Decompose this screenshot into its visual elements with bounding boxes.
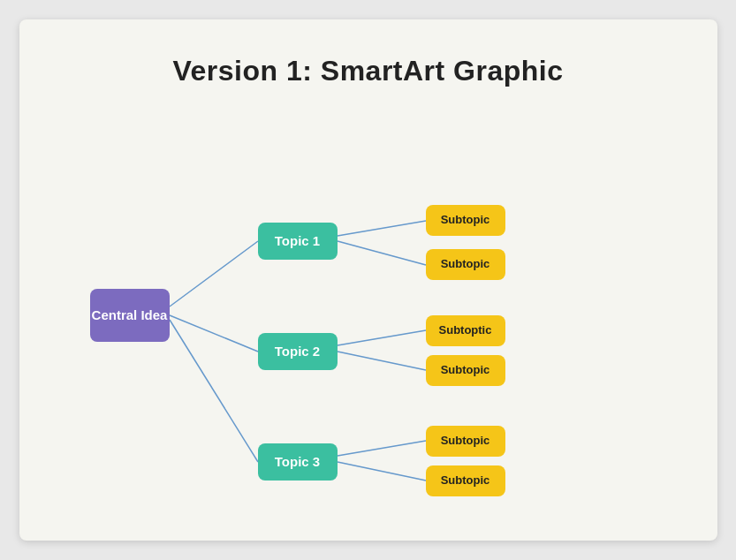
svg-line-8 (338, 462, 426, 481)
diagram: Central Idea Topic 1 Topic 2 Topic 3 Sub… (19, 125, 717, 541)
slide: Version 1: SmartArt Graphic Central Idea (19, 19, 717, 541)
svg-line-2 (170, 320, 258, 462)
subtopic-2a-node: Subtoptic (426, 315, 505, 346)
subtopic-3a-node: Subtopic (426, 426, 505, 457)
central-idea-node: Central Idea (90, 289, 170, 342)
subtopic-1a-node: Subtopic (426, 205, 505, 236)
topic-2-node: Topic 2 (258, 333, 338, 370)
subtopic-2b-node: Subtopic (426, 355, 505, 386)
svg-line-5 (338, 330, 426, 345)
svg-line-4 (338, 241, 426, 265)
subtopic-1b-node: Subtopic (426, 249, 505, 280)
topic-3-node: Topic 3 (258, 443, 338, 481)
svg-line-1 (170, 315, 258, 352)
svg-line-7 (338, 441, 426, 456)
svg-line-0 (170, 241, 258, 306)
slide-title: Version 1: SmartArt Graphic (19, 19, 717, 87)
topic-1-node: Topic 1 (258, 223, 338, 260)
svg-line-6 (338, 352, 426, 370)
subtopic-3b-node: Subtopic (426, 465, 505, 496)
svg-line-3 (338, 221, 426, 236)
